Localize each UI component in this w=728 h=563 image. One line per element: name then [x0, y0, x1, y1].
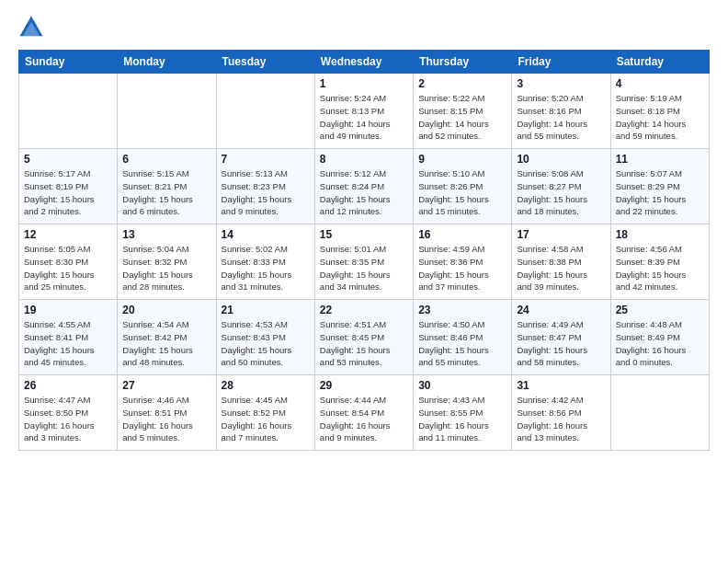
day-info: Sunrise: 5:13 AM Sunset: 8:23 PM Dayligh…: [222, 167, 310, 218]
header: [18, 15, 710, 40]
calendar-week-row: 12Sunrise: 5:05 AM Sunset: 8:30 PM Dayli…: [19, 224, 710, 300]
day-info: Sunrise: 5:02 AM Sunset: 8:33 PM Dayligh…: [222, 243, 310, 293]
day-number: 18: [616, 228, 704, 241]
day-number: 17: [517, 228, 605, 241]
day-info: Sunrise: 4:43 AM Sunset: 8:55 PM Dayligh…: [418, 394, 506, 444]
day-info: Sunrise: 5:07 AM Sunset: 8:29 PM Dayligh…: [616, 167, 704, 218]
day-info: Sunrise: 4:45 AM Sunset: 8:52 PM Dayligh…: [222, 394, 310, 444]
calendar-cell: 8Sunrise: 5:12 AM Sunset: 8:24 PM Daylig…: [314, 149, 413, 224]
logo-icon: [18, 15, 44, 40]
day-info: Sunrise: 5:05 AM Sunset: 8:30 PM Dayligh…: [24, 243, 112, 293]
day-info: Sunrise: 4:59 AM Sunset: 8:36 PM Dayligh…: [418, 243, 506, 293]
day-info: Sunrise: 4:54 AM Sunset: 8:42 PM Dayligh…: [122, 318, 210, 369]
calendar-cell: [118, 74, 216, 149]
calendar-header-wednesday: Wednesday: [314, 51, 413, 74]
calendar-week-row: 5Sunrise: 5:17 AM Sunset: 8:19 PM Daylig…: [19, 149, 710, 224]
calendar-cell: 9Sunrise: 5:10 AM Sunset: 8:26 PM Daylig…: [414, 149, 512, 224]
calendar-cell: 19Sunrise: 4:55 AM Sunset: 8:41 PM Dayli…: [19, 300, 118, 375]
day-number: 7: [222, 153, 310, 166]
day-number: 22: [320, 304, 408, 316]
calendar-cell: 2Sunrise: 5:22 AM Sunset: 8:15 PM Daylig…: [414, 74, 512, 149]
day-number: 31: [517, 379, 605, 392]
calendar-cell: 27Sunrise: 4:46 AM Sunset: 8:51 PM Dayli…: [118, 375, 216, 451]
day-number: 9: [418, 153, 506, 166]
calendar-cell: 31Sunrise: 4:42 AM Sunset: 8:56 PM Dayli…: [512, 375, 610, 451]
calendar-table: SundayMondayTuesdayWednesdayThursdayFrid…: [18, 50, 710, 451]
day-number: 14: [222, 228, 310, 241]
day-info: Sunrise: 4:56 AM Sunset: 8:39 PM Dayligh…: [616, 243, 704, 293]
calendar-week-row: 1Sunrise: 5:24 AM Sunset: 8:13 PM Daylig…: [19, 74, 710, 149]
day-info: Sunrise: 4:46 AM Sunset: 8:51 PM Dayligh…: [122, 394, 210, 444]
day-number: 23: [418, 304, 506, 316]
day-info: Sunrise: 5:17 AM Sunset: 8:19 PM Dayligh…: [24, 167, 112, 218]
day-number: 12: [24, 228, 112, 241]
day-number: 8: [320, 153, 408, 166]
day-info: Sunrise: 4:53 AM Sunset: 8:43 PM Dayligh…: [222, 318, 310, 369]
calendar-cell: 12Sunrise: 5:05 AM Sunset: 8:30 PM Dayli…: [19, 224, 118, 300]
day-info: Sunrise: 4:42 AM Sunset: 8:56 PM Dayligh…: [517, 394, 605, 444]
day-number: 6: [122, 153, 210, 166]
calendar-cell: 25Sunrise: 4:48 AM Sunset: 8:49 PM Dayli…: [610, 300, 709, 375]
logo: [18, 15, 46, 40]
day-number: 28: [222, 379, 310, 392]
day-number: 13: [122, 228, 210, 241]
day-info: Sunrise: 4:47 AM Sunset: 8:50 PM Dayligh…: [24, 394, 112, 444]
day-number: 19: [24, 304, 112, 316]
day-info: Sunrise: 5:04 AM Sunset: 8:32 PM Dayligh…: [122, 243, 210, 293]
calendar-cell: 4Sunrise: 5:19 AM Sunset: 8:18 PM Daylig…: [610, 74, 709, 149]
calendar-cell: 29Sunrise: 4:44 AM Sunset: 8:54 PM Dayli…: [314, 375, 413, 451]
day-info: Sunrise: 4:50 AM Sunset: 8:46 PM Dayligh…: [418, 318, 506, 369]
calendar-cell: 15Sunrise: 5:01 AM Sunset: 8:35 PM Dayli…: [314, 224, 413, 300]
day-info: Sunrise: 5:10 AM Sunset: 8:26 PM Dayligh…: [418, 167, 506, 218]
day-info: Sunrise: 4:44 AM Sunset: 8:54 PM Dayligh…: [320, 394, 408, 444]
calendar-cell: 28Sunrise: 4:45 AM Sunset: 8:52 PM Dayli…: [216, 375, 314, 451]
day-info: Sunrise: 4:51 AM Sunset: 8:45 PM Dayligh…: [320, 318, 408, 369]
day-number: 15: [320, 228, 408, 241]
calendar-cell: [19, 74, 118, 149]
calendar-cell: [216, 74, 314, 149]
day-number: 20: [122, 304, 210, 316]
day-number: 21: [222, 304, 310, 316]
calendar-header-friday: Friday: [512, 51, 610, 74]
day-info: Sunrise: 5:15 AM Sunset: 8:21 PM Dayligh…: [122, 167, 210, 218]
calendar-cell: 20Sunrise: 4:54 AM Sunset: 8:42 PM Dayli…: [118, 300, 216, 375]
day-number: 27: [122, 379, 210, 392]
day-info: Sunrise: 4:49 AM Sunset: 8:47 PM Dayligh…: [517, 318, 605, 369]
calendar-cell: 7Sunrise: 5:13 AM Sunset: 8:23 PM Daylig…: [216, 149, 314, 224]
calendar-cell: [610, 375, 709, 451]
day-info: Sunrise: 5:12 AM Sunset: 8:24 PM Dayligh…: [320, 167, 408, 218]
calendar-cell: 26Sunrise: 4:47 AM Sunset: 8:50 PM Dayli…: [19, 375, 118, 451]
calendar-header-sunday: Sunday: [19, 51, 118, 74]
calendar-header-tuesday: Tuesday: [216, 51, 314, 74]
calendar-cell: 21Sunrise: 4:53 AM Sunset: 8:43 PM Dayli…: [216, 300, 314, 375]
calendar-header-thursday: Thursday: [414, 51, 512, 74]
day-info: Sunrise: 5:20 AM Sunset: 8:16 PM Dayligh…: [517, 92, 605, 143]
day-number: 30: [418, 379, 506, 392]
calendar-cell: 17Sunrise: 4:58 AM Sunset: 8:38 PM Dayli…: [512, 224, 610, 300]
day-info: Sunrise: 5:19 AM Sunset: 8:18 PM Dayligh…: [616, 92, 704, 143]
day-info: Sunrise: 4:58 AM Sunset: 8:38 PM Dayligh…: [517, 243, 605, 293]
day-number: 16: [418, 228, 506, 241]
day-info: Sunrise: 5:08 AM Sunset: 8:27 PM Dayligh…: [517, 167, 605, 218]
day-info: Sunrise: 5:24 AM Sunset: 8:13 PM Dayligh…: [320, 92, 408, 143]
calendar-cell: 16Sunrise: 4:59 AM Sunset: 8:36 PM Dayli…: [414, 224, 512, 300]
calendar-cell: 10Sunrise: 5:08 AM Sunset: 8:27 PM Dayli…: [512, 149, 610, 224]
day-number: 1: [320, 77, 408, 90]
day-number: 26: [24, 379, 112, 392]
day-number: 25: [616, 304, 704, 316]
calendar-cell: 22Sunrise: 4:51 AM Sunset: 8:45 PM Dayli…: [314, 300, 413, 375]
day-number: 4: [616, 77, 704, 90]
calendar-cell: 3Sunrise: 5:20 AM Sunset: 8:16 PM Daylig…: [512, 74, 610, 149]
day-number: 3: [517, 77, 605, 90]
calendar-cell: 6Sunrise: 5:15 AM Sunset: 8:21 PM Daylig…: [118, 149, 216, 224]
calendar-cell: 11Sunrise: 5:07 AM Sunset: 8:29 PM Dayli…: [610, 149, 709, 224]
day-info: Sunrise: 5:01 AM Sunset: 8:35 PM Dayligh…: [320, 243, 408, 293]
calendar-cell: 23Sunrise: 4:50 AM Sunset: 8:46 PM Dayli…: [414, 300, 512, 375]
day-info: Sunrise: 4:55 AM Sunset: 8:41 PM Dayligh…: [24, 318, 112, 369]
day-number: 10: [517, 153, 605, 166]
page: SundayMondayTuesdayWednesdayThursdayFrid…: [0, 0, 728, 460]
calendar-cell: 18Sunrise: 4:56 AM Sunset: 8:39 PM Dayli…: [610, 224, 709, 300]
day-number: 24: [517, 304, 605, 316]
day-info: Sunrise: 5:22 AM Sunset: 8:15 PM Dayligh…: [418, 92, 506, 143]
calendar-header-row: SundayMondayTuesdayWednesdayThursdayFrid…: [19, 51, 710, 74]
